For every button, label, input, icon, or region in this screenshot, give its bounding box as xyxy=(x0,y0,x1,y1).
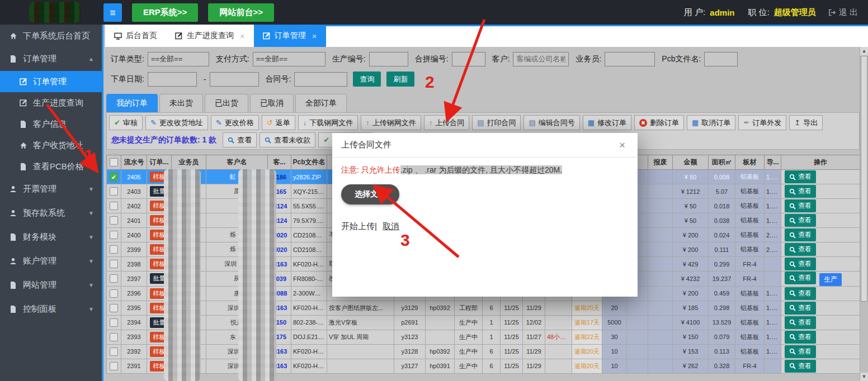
filter-input[interactable] xyxy=(148,72,197,87)
sidebar-item-3[interactable]: 生产进度查询 xyxy=(0,92,102,113)
sidebar-item-1[interactable]: 订单管理▲ xyxy=(0,47,102,71)
sidebar-item-9[interactable]: 财务模块▼ xyxy=(0,225,102,249)
sidebar-item-6[interactable]: 查看PCB价格 xyxy=(0,156,102,177)
tab-close-icon[interactable]: × xyxy=(240,31,245,41)
sidebar-item-7[interactable]: 开票管理▼ xyxy=(0,177,102,201)
toolbar-button-4[interactable]: ↓下载钢网文件 xyxy=(298,115,358,130)
area-cell: 0.079 xyxy=(709,330,735,344)
scrollbar-thumb[interactable] xyxy=(861,56,867,302)
sidebar-item-12[interactable]: 控制面板▼ xyxy=(0,297,102,321)
row-checkbox[interactable] xyxy=(110,274,118,283)
filter-input[interactable] xyxy=(210,72,259,87)
table-row-2392[interactable]: 2392样板曾深圳 ...M163KF020-HDD20...y3128hp03… xyxy=(107,344,860,359)
start-upload-link[interactable]: 开始上传| xyxy=(341,221,377,231)
logout-button[interactable]: 退 出 xyxy=(828,7,858,18)
table-row-2393[interactable]: 2393样板谢东 原F175DOJ.E215.101...V穿 加UL 周期y3… xyxy=(107,330,860,344)
thermal-cell xyxy=(765,257,781,272)
toolbar-button-5[interactable]: ↑上传钢网文件 xyxy=(361,115,421,130)
order-tab-4[interactable]: 全部订单 xyxy=(295,94,347,112)
view-button[interactable]: 查看 xyxy=(785,360,816,373)
order-tab-3[interactable]: 已取消 xyxy=(250,94,294,112)
toolbar-button-8[interactable]: ▤编辑合同号 xyxy=(523,115,579,130)
tab-0[interactable]: 后台首页 xyxy=(105,25,166,47)
toolbar-button-2[interactable]: ✎更改价格 xyxy=(211,115,259,130)
filter-input[interactable] xyxy=(704,52,738,66)
table-row-2395[interactable]: 2395样板曾深圳 ...M163KF020-HZYPA...按客户图纸拼版左.… xyxy=(107,301,860,315)
view-button[interactable]: 查看 xyxy=(785,199,816,212)
scroll-up-arrow[interactable]: ▲ xyxy=(860,47,868,55)
filter-input[interactable] xyxy=(605,52,655,66)
toolbar-button-10[interactable]: ✖删除订单 xyxy=(634,115,684,130)
sidebar-item-4[interactable]: 客户信息 xyxy=(0,113,102,135)
sidebar-item-2[interactable]: 订单管理 xyxy=(0,71,102,92)
order-tab-2[interactable]: 已出货 xyxy=(205,94,248,112)
row-checkbox[interactable] xyxy=(110,362,118,370)
table-row-2391[interactable]: 2391样板曾深圳 ...M163KF020-HPM01...y3127hp03… xyxy=(107,359,860,373)
refresh-button[interactable]: 刷新 xyxy=(386,72,414,87)
site-front-button[interactable]: 网站前台>> xyxy=(208,3,274,22)
erp-system-button[interactable]: ERP系统>> xyxy=(132,3,198,22)
toolbar-button-3[interactable]: ↺返单 xyxy=(262,115,295,130)
filter-input[interactable] xyxy=(513,52,569,66)
view-button[interactable]: 查看 xyxy=(785,243,816,256)
scroll-down-arrow[interactable]: ▼ xyxy=(860,373,868,381)
toolbar-button-6[interactable]: ↑上传合同 xyxy=(424,115,470,130)
cancel-link[interactable]: 取消 xyxy=(383,221,399,231)
order-tab-0[interactable]: 我的订单 xyxy=(106,94,158,112)
toolbar2-button-0[interactable]: 查看 xyxy=(223,132,257,147)
sidebar-item-11[interactable]: 网站管理▼ xyxy=(0,273,102,297)
sidebar-item-5[interactable]: 客户收货地址 xyxy=(0,135,102,156)
tab-close-icon[interactable]: × xyxy=(312,31,317,41)
toolbar2-button-1[interactable]: 查看未收款 xyxy=(260,132,315,147)
close-icon[interactable]: × xyxy=(616,139,629,151)
sidebar-item-0[interactable]: 下单系统后台首页 xyxy=(0,25,102,47)
view-button[interactable]: 查看 xyxy=(785,272,816,284)
sidebar-item-8[interactable]: 预存款系统▼ xyxy=(0,201,102,225)
toolbar-button-12[interactable]: ✒订单外发 xyxy=(738,115,786,130)
view-button[interactable]: 查看 xyxy=(785,228,816,241)
toolbar-button-9[interactable]: ▦修改订单 xyxy=(583,115,631,130)
row-checkbox[interactable] xyxy=(110,260,118,268)
view-button[interactable]: 查看 xyxy=(785,302,816,315)
row-checkbox[interactable] xyxy=(110,231,118,239)
vertical-scrollbar[interactable]: ▲ ▼ xyxy=(860,47,868,381)
choose-file-button[interactable]: 选择文件 xyxy=(341,184,399,204)
filter-input[interactable] xyxy=(452,52,485,66)
toolbar-button-13[interactable]: ↥导出 xyxy=(789,115,823,130)
produce-button[interactable]: 生产 xyxy=(819,273,842,286)
row-checkbox[interactable] xyxy=(110,245,118,254)
table-row-2394[interactable]: 2394批量叶悦辰F150802-238-HX85-...激光V穿板p2691生… xyxy=(107,315,860,330)
row-checkbox[interactable] xyxy=(110,333,118,341)
row-checkbox[interactable] xyxy=(110,187,118,196)
filter-select[interactable]: ==全部== xyxy=(148,52,209,66)
view-button[interactable]: 查看 xyxy=(785,170,816,183)
search-button[interactable]: 查询 xyxy=(353,72,381,87)
view-button[interactable]: 查看 xyxy=(785,185,816,198)
toolbar-button-7[interactable]: ▤打印合同 xyxy=(472,115,521,130)
row-checkbox[interactable]: ✔ xyxy=(110,173,118,181)
view-button[interactable]: 查看 xyxy=(785,214,816,227)
toolbar-button-0[interactable]: ✔审核 xyxy=(109,115,143,130)
filter-select[interactable]: ==全部== xyxy=(253,52,326,66)
row-checkbox[interactable] xyxy=(110,216,118,225)
view-button[interactable]: 查看 xyxy=(785,258,816,270)
filter-input[interactable] xyxy=(294,72,347,87)
toolbar-button-11[interactable]: ▦取消订单 xyxy=(687,115,735,130)
view-button[interactable]: 查看 xyxy=(785,287,816,300)
row-checkbox[interactable] xyxy=(110,347,118,356)
toolbar-button-1[interactable]: ✎更改收货地址 xyxy=(145,115,208,130)
order-tab-1[interactable]: 未出货 xyxy=(159,94,203,112)
select-all-checkbox[interactable] xyxy=(110,158,118,166)
view-button[interactable]: 查看 xyxy=(785,316,816,329)
row-checkbox[interactable] xyxy=(110,202,118,210)
view-button[interactable]: 查看 xyxy=(785,345,816,358)
row-checkbox[interactable] xyxy=(110,318,118,327)
tab-2[interactable]: 订单管理× xyxy=(254,25,326,47)
sidebar-item-10[interactable]: 账户管理▼ xyxy=(0,249,102,273)
filter-input[interactable] xyxy=(369,52,408,66)
view-button[interactable]: 查看 xyxy=(785,331,816,344)
row-checkbox[interactable] xyxy=(110,304,118,312)
tab-1[interactable]: 生产进度查询× xyxy=(166,25,254,47)
hamburger-menu-button[interactable]: ≡ xyxy=(103,3,122,22)
row-checkbox[interactable] xyxy=(110,289,118,298)
